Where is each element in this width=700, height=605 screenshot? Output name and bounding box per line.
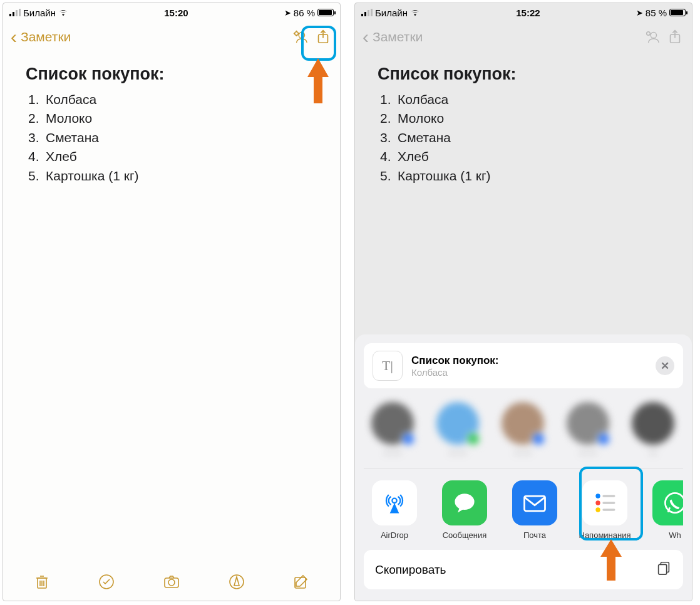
app-mail[interactable]: Почта <box>508 480 562 540</box>
list-item: Колбаса <box>378 90 669 109</box>
note-title: Список покупок: <box>378 65 669 84</box>
contact-suggestions-row[interactable]: — — — — — — — — — <box>364 400 683 468</box>
battery-icon <box>669 9 686 16</box>
checklist-button[interactable] <box>98 573 115 593</box>
markup-button[interactable] <box>228 573 245 593</box>
back-button-label: Заметки <box>373 29 423 44</box>
navbar: ‹ Заметки <box>355 22 692 52</box>
list-item: Сметана <box>378 128 669 147</box>
screenshot-right: Билайн 15:22 ➤ 85 % ‹ Заметки Список пок… <box>354 3 692 601</box>
svg-point-0 <box>299 33 304 38</box>
list-item: Картошка (1 кг) <box>378 167 669 185</box>
share-button[interactable] <box>314 28 332 46</box>
list-item: Молоко <box>26 109 317 128</box>
app-messages[interactable]: Сообщения <box>438 480 492 540</box>
svg-point-23 <box>392 499 396 503</box>
list-item: Хлеб <box>26 147 317 166</box>
svg-point-20 <box>647 32 651 36</box>
svg-rect-25 <box>525 496 545 511</box>
svg-point-32 <box>665 493 683 512</box>
svg-point-16 <box>168 579 175 586</box>
contact-item[interactable]: — <box>628 402 678 457</box>
add-people-button[interactable] <box>291 28 310 46</box>
signal-icon <box>361 9 373 16</box>
contact-item[interactable]: — — <box>498 402 548 457</box>
svg-point-27 <box>595 500 600 505</box>
location-icon: ➤ <box>636 8 643 18</box>
svg-rect-34 <box>659 564 667 574</box>
svg-rect-30 <box>602 502 615 504</box>
svg-point-24 <box>455 494 474 510</box>
navbar: ‹ Заметки <box>3 22 340 52</box>
messages-icon <box>442 480 487 525</box>
app-airdrop[interactable]: AirDrop <box>368 480 421 540</box>
signal-icon <box>9 9 21 16</box>
bottom-toolbar <box>3 566 340 601</box>
battery-pct: 86 % <box>294 8 315 18</box>
list-item: Картошка (1 кг) <box>26 167 317 185</box>
svg-rect-31 <box>602 509 615 511</box>
note-title: Список покупок: <box>26 65 317 84</box>
share-apps-row[interactable]: AirDrop Сообщения Почта Напоминания <box>364 468 683 550</box>
list-item: Колбаса <box>26 90 317 109</box>
reminders-icon <box>582 480 627 525</box>
note-list: Колбаса Молоко Сметана Хлеб Картошка (1 … <box>378 90 669 185</box>
compose-button[interactable] <box>292 573 310 593</box>
add-people-button <box>643 28 662 46</box>
copy-icon <box>656 560 672 579</box>
airdrop-icon <box>372 480 417 525</box>
share-subtitle: Колбаса <box>411 367 647 378</box>
back-chevron-icon[interactable]: ‹ <box>11 28 17 46</box>
contact-item[interactable]: — — <box>368 402 418 457</box>
share-header: T| Список покупок: Колбаса ✕ <box>364 343 683 388</box>
close-button[interactable]: ✕ <box>656 356 674 375</box>
battery-pct: 85 % <box>646 8 667 18</box>
carrier-label: Билайн <box>375 8 408 18</box>
list-item: Молоко <box>378 109 669 128</box>
clock: 15:22 <box>420 8 636 18</box>
contact-item[interactable]: — — <box>563 402 613 457</box>
wifi-icon <box>58 9 68 16</box>
svg-point-19 <box>651 33 656 38</box>
app-label: Сообщения <box>443 530 487 540</box>
screenshot-left: Билайн 15:20 ➤ 86 % ‹ Заметки Список пок… <box>3 3 341 601</box>
carrier-label: Билайн <box>23 8 56 18</box>
contact-item[interactable]: — — <box>433 402 483 457</box>
copy-label: Скопировать <box>375 563 446 577</box>
svg-rect-29 <box>602 495 615 497</box>
note-body: Список покупок: Колбаса Молоко Сметана Х… <box>355 52 692 198</box>
back-chevron-icon: ‹ <box>363 28 369 46</box>
app-whatsapp[interactable]: Wh <box>648 480 683 540</box>
app-label: Почта <box>523 530 546 540</box>
list-item: Хлеб <box>378 147 669 166</box>
mail-icon <box>512 480 557 525</box>
list-item: Сметана <box>26 128 317 147</box>
app-label: Напоминания <box>579 530 631 540</box>
app-reminders[interactable]: Напоминания <box>578 480 632 540</box>
app-label: AirDrop <box>381 530 408 540</box>
app-label: Wh <box>669 530 681 540</box>
wifi-icon <box>410 9 420 16</box>
share-button <box>666 28 684 46</box>
battery-icon <box>317 9 334 16</box>
svg-point-28 <box>595 507 600 512</box>
location-icon: ➤ <box>284 8 291 18</box>
camera-button[interactable] <box>163 573 180 593</box>
back-button-label[interactable]: Заметки <box>21 29 71 44</box>
share-sheet[interactable]: T| Список покупок: Колбаса ✕ — — — — — —… <box>355 334 692 601</box>
note-body[interactable]: Список покупок: Колбаса Молоко Сметана Х… <box>3 52 340 198</box>
note-list: Колбаса Молоко Сметана Хлеб Картошка (1 … <box>26 90 317 185</box>
whatsapp-icon <box>652 480 683 525</box>
share-title: Список покупок: <box>411 354 647 367</box>
copy-action[interactable]: Скопировать <box>364 550 683 589</box>
clock: 15:20 <box>68 8 284 18</box>
document-icon: T| <box>373 351 403 381</box>
trash-button[interactable] <box>33 573 51 593</box>
status-bar: Билайн 15:22 ➤ 85 % <box>355 3 692 22</box>
svg-point-26 <box>595 494 600 498</box>
svg-point-1 <box>295 32 299 36</box>
status-bar: Билайн 15:20 ➤ 86 % <box>3 3 340 22</box>
